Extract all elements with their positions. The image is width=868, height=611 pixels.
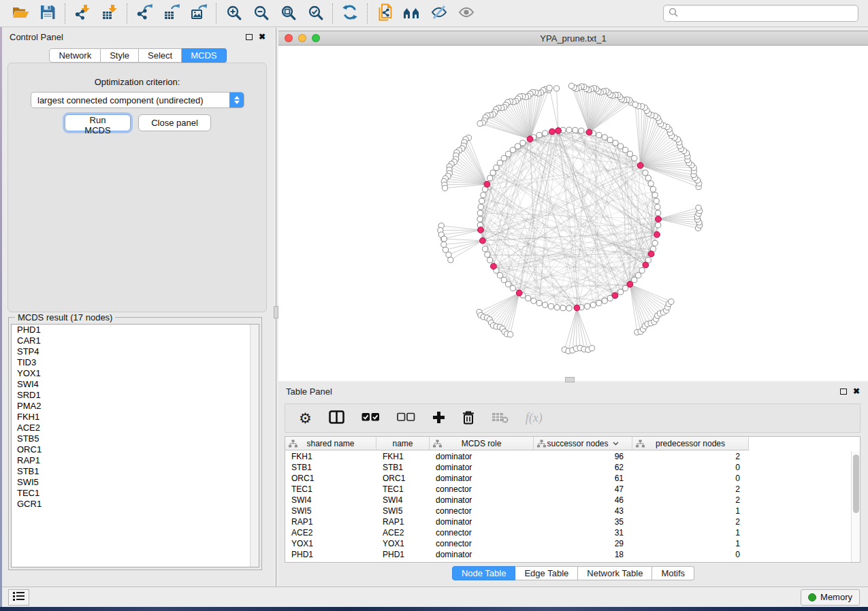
splitter-grip[interactable] [274, 306, 278, 318]
import-table-button[interactable] [96, 1, 123, 26]
memory-status-icon [808, 593, 816, 601]
search-box[interactable] [663, 5, 858, 22]
mcds-result-item[interactable]: ORC1 [12, 444, 259, 455]
close-panel-icon[interactable]: ✖ [259, 33, 266, 40]
table-row[interactable]: RAP1RAP1dominator352 [285, 516, 850, 527]
network-graph[interactable] [278, 46, 868, 382]
mcds-result-groupbox: MCDS result (17 nodes) PHD1CAR1STP4TID3Y… [8, 317, 262, 570]
mcds-result-item[interactable]: GCR1 [12, 499, 259, 510]
column-header-predecessor-nodes[interactable]: predecessor nodes [632, 437, 749, 450]
table-row[interactable]: ORC1ORC1dominator610 [285, 473, 850, 484]
float-panel-icon[interactable] [246, 34, 253, 40]
column-header-shared-name[interactable]: shared name [285, 437, 376, 450]
horizontal-splitter-grip[interactable] [565, 377, 575, 382]
criterion-dropdown[interactable]: largest connected component (undirected) [31, 92, 244, 108]
mcds-result-item[interactable]: STB1 [12, 466, 259, 477]
tab-style[interactable]: Style [101, 48, 139, 63]
table-row[interactable]: STB1STB1dominator620 [285, 462, 850, 473]
mcds-result-item[interactable]: TID3 [12, 357, 259, 368]
vertical-splitter[interactable] [274, 28, 278, 587]
toolbar-separator [367, 3, 368, 24]
mcds-result-item[interactable]: RAP1 [12, 455, 259, 466]
apply-layout-icon [342, 4, 358, 22]
column-header-name[interactable]: name [376, 437, 430, 450]
close-table-panel-icon[interactable]: ✖ [853, 388, 860, 395]
delete-row-button[interactable] [462, 410, 475, 427]
table-row[interactable]: PHD1PHD1dominator180 [285, 549, 850, 560]
settings-gear-button[interactable]: ⚙ [299, 412, 312, 425]
close-panel-button[interactable]: Close panel [138, 114, 211, 131]
select-all-button[interactable] [361, 412, 380, 424]
mcds-result-item[interactable]: STP4 [12, 346, 259, 357]
table-row[interactable]: ACE2ACE2connector311 [285, 527, 850, 538]
mcds-result-item[interactable]: SRD1 [12, 390, 259, 401]
export-table-button[interactable] [158, 1, 185, 26]
tab-motifs[interactable]: Motifs [652, 566, 694, 580]
mcds-result-item[interactable]: CAR1 [12, 335, 259, 346]
table-header-row: shared namenameMCDS rolesuccessor nodesp… [285, 437, 850, 450]
tab-edge-table[interactable]: Edge Table [515, 566, 578, 580]
export-image-button[interactable] [185, 1, 212, 26]
deselect-all-icon [397, 412, 415, 424]
export-network-button[interactable] [131, 1, 158, 26]
tab-mcds[interactable]: MCDS [182, 48, 226, 63]
apply-layout-button[interactable] [336, 1, 364, 26]
column-header-MCDS-role[interactable]: MCDS role [430, 437, 534, 450]
mcds-result-item[interactable]: TEC1 [12, 488, 259, 499]
add-row-button[interactable] [432, 411, 445, 426]
first-neighbors-icon [403, 5, 421, 22]
table-scrollbar-thumb[interactable] [853, 455, 859, 513]
table-row[interactable]: SWI5SWI5connector431 [285, 506, 850, 516]
zoom-out-button[interactable] [247, 1, 274, 26]
network-window-titlebar[interactable]: YPA_prune.txt_1 [278, 31, 868, 46]
mcds-result-item[interactable]: YOX1 [12, 368, 259, 379]
mcds-result-item[interactable]: SWI4 [12, 379, 259, 390]
tab-node-table[interactable]: Node Table [452, 566, 516, 580]
tab-network[interactable]: Network [49, 48, 101, 63]
mcds-result-item[interactable]: SWI5 [12, 477, 259, 488]
zoom-in-button[interactable] [220, 1, 247, 26]
mcds-result-item[interactable]: PMA2 [12, 401, 259, 412]
table-row[interactable]: SWI4SWI4dominator462 [285, 495, 850, 506]
toolbar-separator [216, 3, 216, 24]
table-row[interactable]: TEC1TEC1connector472 [285, 484, 850, 495]
settings-gear-icon: ⚙ [299, 412, 312, 425]
delete-table-button [492, 412, 509, 425]
share-document-button[interactable] [371, 1, 398, 26]
columns-icon [329, 410, 344, 426]
network-canvas[interactable] [278, 46, 868, 381]
mcds-result-item[interactable]: STB5 [12, 433, 259, 444]
table-row[interactable]: YOX1YOX1connector291 [285, 538, 850, 549]
zoom-fit-button[interactable] [274, 1, 302, 26]
application-window: Control Panel ✖ NetworkStyleSelectMCDS O… [0, 0, 868, 611]
columns-button[interactable] [329, 410, 344, 426]
table-panel-title: Table Panel [278, 386, 332, 397]
tab-network-table[interactable]: Network Table [578, 566, 652, 580]
hide-selected-button[interactable] [425, 1, 453, 26]
panel-list-button[interactable] [8, 589, 29, 606]
search-input[interactable] [681, 8, 853, 18]
show-all-button[interactable] [453, 1, 480, 26]
mcds-result-item[interactable]: FKH1 [12, 412, 259, 423]
table-row[interactable]: FKH1FKH1dominator962 [285, 451, 850, 462]
float-table-panel-icon[interactable] [840, 389, 847, 395]
mcds-result-list[interactable]: PHD1CAR1STP4TID3YOX1SWI4SRD1PMA2FKH1ACE2… [11, 324, 259, 567]
function-builder-icon: f(x) [526, 411, 543, 425]
result-list-scrollbar[interactable] [250, 325, 259, 567]
import-network-icon [74, 4, 91, 22]
run-mcds-button[interactable]: Run MCDS [65, 114, 131, 131]
first-neighbors-button[interactable] [398, 1, 425, 26]
memory-button[interactable]: Memory [801, 589, 860, 606]
save-session-button[interactable] [34, 1, 61, 26]
deselect-all-button[interactable] [397, 412, 415, 424]
open-file-button[interactable] [7, 1, 34, 26]
zoom-selected-button[interactable] [302, 1, 329, 26]
main-toolbar [0, 0, 868, 27]
tab-select[interactable]: Select [139, 48, 182, 63]
column-header-successor-nodes[interactable]: successor nodes [534, 437, 632, 450]
import-network-button[interactable] [69, 1, 96, 26]
mcds-result-item[interactable]: PHD1 [12, 325, 259, 335]
zoom-selected-icon [308, 5, 323, 22]
table-scrollbar[interactable] [851, 451, 860, 562]
mcds-result-item[interactable]: ACE2 [12, 423, 259, 433]
